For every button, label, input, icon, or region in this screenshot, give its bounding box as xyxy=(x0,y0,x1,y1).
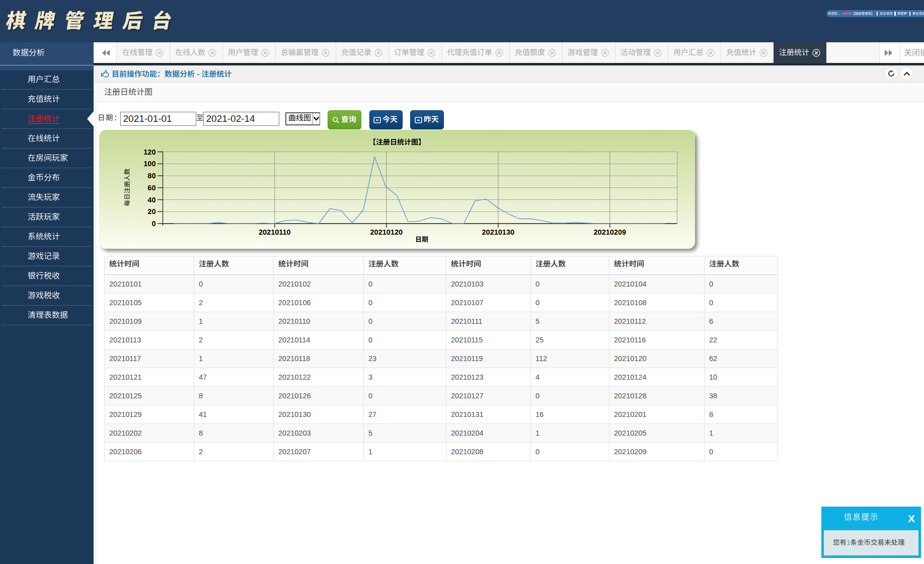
svg-text:100: 100 xyxy=(143,160,156,168)
svg-text:IP: IP xyxy=(904,12,907,15)
svg-text:-: - xyxy=(195,70,201,78)
svg-text:20: 20 xyxy=(147,207,156,216)
svg-text:admin: admin xyxy=(842,12,852,15)
svg-text:40: 40 xyxy=(147,196,156,204)
svg-text:20210209: 20210209 xyxy=(594,228,627,236)
svg-text:20210130: 20210130 xyxy=(482,228,515,236)
svg-text:20210110: 20210110 xyxy=(259,228,291,236)
svg-text:80: 80 xyxy=(147,172,156,180)
svg-text:20210120: 20210120 xyxy=(370,228,403,236)
svg-text:1: 1 xyxy=(846,539,851,546)
svg-text:60: 60 xyxy=(147,184,156,192)
svg-text:0: 0 xyxy=(151,220,156,228)
svg-text:120: 120 xyxy=(143,148,156,156)
